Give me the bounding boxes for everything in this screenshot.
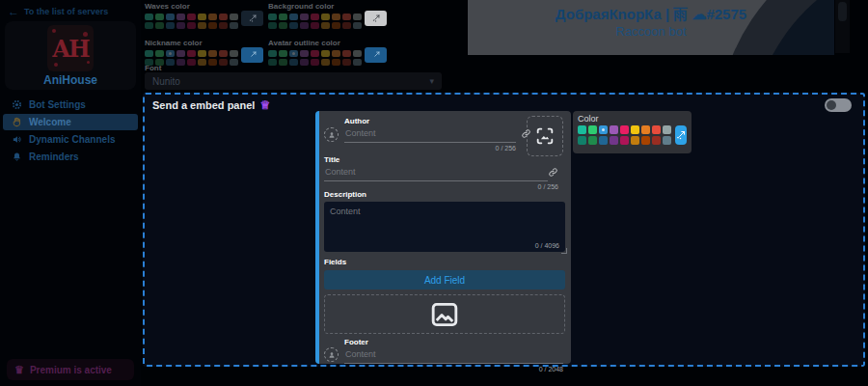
color-swatch[interactable]	[176, 50, 185, 57]
title-url-link-icon[interactable]	[548, 167, 558, 178]
color-swatch[interactable]	[176, 22, 185, 29]
footer-avatar-button[interactable]	[324, 347, 339, 362]
color-swatch[interactable]	[289, 14, 298, 20]
color-swatch[interactable]	[353, 22, 362, 29]
color-swatch[interactable]	[219, 59, 228, 66]
color-swatch[interactable]	[332, 14, 340, 20]
color-swatch[interactable]	[300, 14, 309, 20]
color-swatch[interactable]	[219, 50, 228, 57]
author-input[interactable]: Content	[344, 125, 516, 143]
sidebar-item-bot-settings[interactable]: Bot Settings	[3, 96, 138, 113]
sidebar-item-reminders[interactable]: Reminders	[3, 149, 138, 165]
scrollbar[interactable]	[835, 0, 850, 53]
color-swatch[interactable]	[311, 59, 319, 66]
font-select[interactable]: Nunito ▾	[145, 72, 442, 90]
color-swatch[interactable]	[631, 125, 639, 134]
color-swatch[interactable]	[353, 14, 362, 20]
color-swatch[interactable]	[289, 50, 298, 57]
color-swatch[interactable]	[219, 14, 228, 20]
color-swatch[interactable]	[588, 125, 597, 134]
color-swatch[interactable]	[198, 22, 206, 29]
color-swatch[interactable]	[219, 22, 228, 29]
nickname-custom-color-button[interactable]	[241, 47, 263, 63]
color-swatch[interactable]	[588, 136, 597, 145]
back-to-servers-link[interactable]: ← To the list of servers	[8, 5, 108, 18]
color-swatch[interactable]	[300, 59, 309, 66]
color-swatch[interactable]	[599, 136, 608, 145]
color-swatch[interactable]	[311, 50, 319, 57]
color-swatch[interactable]	[652, 125, 661, 134]
color-swatch[interactable]	[279, 50, 287, 57]
embed-custom-color-button[interactable]	[675, 125, 687, 145]
color-swatch[interactable]	[279, 59, 287, 66]
color-swatch[interactable]	[198, 50, 206, 57]
color-swatch[interactable]	[187, 14, 196, 20]
color-swatch[interactable]	[353, 50, 362, 57]
color-swatch[interactable]	[145, 22, 153, 29]
color-swatch[interactable]	[268, 59, 277, 66]
color-swatch[interactable]	[166, 14, 175, 20]
color-swatch[interactable]	[208, 50, 217, 57]
color-swatch[interactable]	[230, 14, 238, 20]
color-swatch[interactable]	[342, 59, 351, 66]
color-swatch[interactable]	[321, 59, 330, 66]
color-swatch[interactable]	[268, 22, 277, 29]
color-swatch[interactable]	[208, 59, 217, 66]
color-swatch[interactable]	[230, 59, 238, 66]
color-swatch[interactable]	[176, 14, 185, 20]
color-swatch[interactable]	[155, 22, 164, 29]
color-swatch[interactable]	[641, 136, 650, 145]
scrollbar-thumb[interactable]	[838, 2, 847, 21]
sidebar-item-dynamic-channels[interactable]: Dynamic Channels	[3, 131, 138, 148]
footer-input[interactable]: Content	[344, 346, 563, 364]
color-swatch[interactable]	[279, 14, 287, 20]
sidebar-item-welcome[interactable]: Welcome	[3, 114, 138, 130]
color-swatch[interactable]	[311, 22, 319, 29]
color-swatch[interactable]	[289, 22, 298, 29]
color-swatch[interactable]	[176, 59, 185, 66]
color-swatch[interactable]	[145, 14, 153, 20]
add-field-button[interactable]: Add Field	[324, 270, 565, 290]
color-swatch[interactable]	[663, 125, 671, 134]
color-swatch[interactable]	[300, 50, 309, 57]
background-custom-color-button[interactable]	[365, 11, 387, 26]
color-swatch[interactable]	[230, 50, 238, 57]
color-swatch[interactable]	[198, 59, 206, 66]
color-swatch[interactable]	[230, 22, 238, 29]
color-swatch[interactable]	[289, 59, 298, 66]
color-swatch[interactable]	[610, 125, 618, 134]
embed-panel-toggle[interactable]	[825, 98, 852, 112]
color-swatch[interactable]	[353, 59, 362, 66]
avatar-outline-custom-color-button[interactable]	[365, 47, 387, 63]
color-swatch[interactable]	[208, 22, 217, 29]
color-swatch[interactable]	[187, 50, 196, 57]
waves-custom-color-button[interactable]	[241, 11, 263, 26]
color-swatch[interactable]	[300, 22, 309, 29]
color-swatch[interactable]	[332, 50, 340, 57]
color-swatch[interactable]	[332, 59, 340, 66]
color-swatch[interactable]	[610, 136, 618, 145]
color-swatch[interactable]	[620, 136, 629, 145]
color-swatch[interactable]	[187, 59, 196, 66]
color-swatch[interactable]	[268, 14, 277, 20]
color-swatch[interactable]	[342, 14, 351, 20]
description-textarea[interactable]: Content 0 / 4096	[324, 202, 565, 252]
color-swatch[interactable]	[166, 50, 175, 57]
color-swatch[interactable]	[145, 50, 153, 57]
color-swatch[interactable]	[599, 125, 608, 134]
color-swatch[interactable]	[321, 50, 330, 57]
color-swatch[interactable]	[166, 22, 175, 29]
color-swatch[interactable]	[321, 22, 330, 29]
author-avatar-button[interactable]	[324, 127, 339, 142]
color-swatch[interactable]	[155, 14, 164, 20]
color-swatch[interactable]	[332, 22, 340, 29]
color-swatch[interactable]	[578, 125, 586, 134]
color-swatch[interactable]	[279, 22, 287, 29]
embed-image-upload[interactable]	[324, 294, 565, 334]
author-url-link-icon[interactable]	[521, 128, 531, 139]
color-swatch[interactable]	[652, 136, 661, 145]
color-swatch[interactable]	[620, 125, 629, 134]
color-swatch[interactable]	[311, 14, 319, 20]
color-swatch[interactable]	[663, 136, 671, 145]
color-swatch[interactable]	[342, 50, 351, 57]
